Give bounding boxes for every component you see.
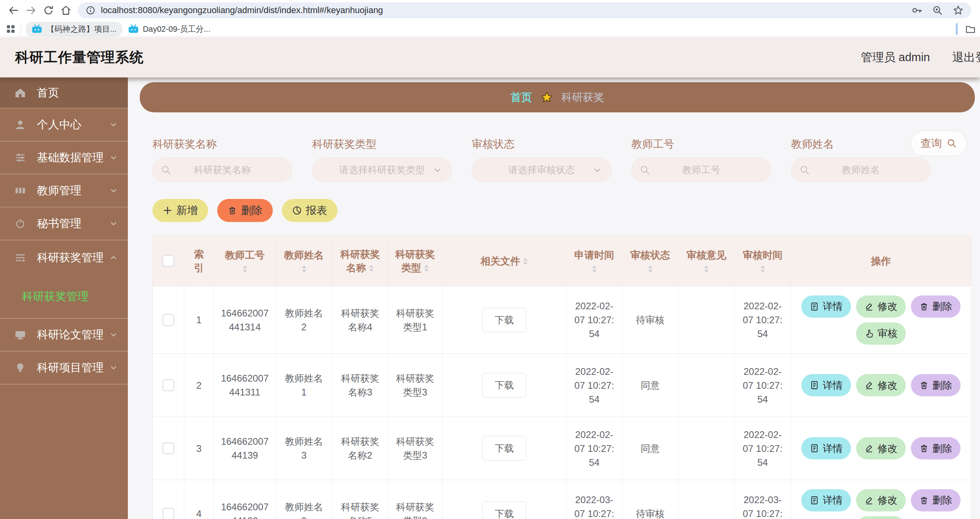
filter-label: 教师姓名	[791, 137, 931, 151]
detail-button[interactable]: 详情	[801, 374, 851, 396]
filter-select-审核状态[interactable]	[472, 158, 612, 182]
sort-icon[interactable]	[760, 265, 766, 273]
sidebar-item-教师管理[interactable]: 教师管理	[0, 174, 128, 207]
sort-icon[interactable]	[301, 265, 307, 273]
cell-status: 同意	[622, 354, 679, 417]
filter-field[interactable]	[153, 158, 292, 182]
download-button[interactable]: 下载	[482, 308, 526, 332]
sort-icon[interactable]	[368, 264, 374, 272]
film-icon	[14, 184, 28, 197]
filter-group-科研获奖类型: 科研获奖类型	[312, 137, 452, 182]
row-delete-button[interactable]: 删除	[911, 374, 961, 396]
site-info-icon[interactable]	[85, 5, 96, 16]
sidebar-item-科研获奖管理[interactable]: 科研获奖管理	[0, 240, 128, 275]
cell-opinion	[679, 417, 735, 480]
col-award-type: 科研获奖类型	[388, 235, 442, 286]
bookmark-star-icon[interactable]	[952, 4, 964, 16]
star-icon	[540, 91, 554, 104]
row-checkbox[interactable]	[162, 379, 174, 391]
col-review-time: 审核时间	[735, 235, 791, 286]
cell-teacher-name: 教师姓名1	[276, 354, 332, 417]
zoom-icon[interactable]	[932, 4, 943, 16]
bookmark-item[interactable]: Day02-09-员工分...	[122, 22, 216, 37]
pen-icon	[864, 302, 874, 311]
download-button[interactable]: 下载	[482, 373, 526, 397]
back-button[interactable]	[5, 2, 22, 19]
sidebar-item-个人中心[interactable]: 个人中心	[0, 108, 128, 141]
cell-actions: 详情 修改 删除	[791, 417, 971, 480]
filter-input-教师工号[interactable]	[631, 158, 771, 182]
detail-button[interactable]: 详情	[801, 437, 851, 459]
detail-button[interactable]: 详情	[801, 489, 851, 511]
cell-teacher-id: 164662007441311	[214, 354, 276, 417]
edit-button[interactable]: 修改	[856, 295, 906, 318]
sidebar-item-秘书管理[interactable]: 秘书管理	[0, 207, 128, 240]
filter-field[interactable]	[313, 158, 451, 182]
sort-icon[interactable]	[648, 265, 653, 273]
logout-link[interactable]: 退出登录	[952, 50, 980, 66]
sort-icon[interactable]	[704, 265, 709, 273]
filter-label: 审核状态	[472, 137, 612, 151]
cell-apply-time: 2022-02-07 10:27:54	[567, 286, 622, 353]
filter-select-科研获奖类型[interactable]	[312, 158, 452, 182]
row-delete-button[interactable]: 删除	[911, 489, 961, 511]
list-icon	[14, 251, 28, 264]
breadcrumb-home[interactable]: 首页	[511, 90, 532, 104]
cell-review-time: 2022-02-07 10:27:54	[735, 286, 791, 353]
home-icon	[14, 87, 28, 99]
app-title: 科研工作量管理系统	[15, 48, 144, 67]
sort-icon[interactable]	[523, 258, 528, 266]
bookmark-item[interactable]: 【码神之路】项目...	[26, 22, 122, 37]
download-button[interactable]: 下载	[482, 436, 526, 461]
query-button[interactable]: 查询	[911, 131, 967, 156]
edit-button[interactable]: 修改	[856, 489, 906, 511]
address-bar[interactable]: localhost:8080/keyangongzuoliang/admin/d…	[78, 2, 971, 18]
sidebar: 首页个人中心基础数据管理教师管理秘书管理科研获奖管理科研获奖管理科研论文管理科研…	[0, 77, 128, 519]
sidebar-item-科研论文管理[interactable]: 科研论文管理	[0, 318, 128, 351]
row-delete-button[interactable]: 删除	[911, 295, 961, 318]
review-button[interactable]: 审核	[856, 322, 906, 345]
home-button[interactable]	[57, 2, 75, 19]
cell-file: 下载	[442, 286, 567, 353]
review-button[interactable]: 审核	[856, 516, 906, 519]
apps-grid-icon[interactable]	[6, 24, 16, 34]
filter-label: 教师工号	[631, 137, 771, 151]
cell-award-type: 科研获奖类型3	[388, 480, 442, 519]
add-button[interactable]: 新增	[152, 199, 208, 222]
row-checkbox[interactable]	[162, 508, 174, 519]
row-checkbox[interactable]	[162, 442, 174, 454]
sidebar-item-科研项目管理[interactable]: 科研项目管理	[0, 351, 128, 384]
download-button[interactable]: 下载	[482, 502, 526, 519]
current-user[interactable]: 管理员 admin	[861, 50, 930, 66]
other-bookmarks-folder-icon[interactable]	[965, 24, 976, 34]
table-row: 3 16466200744139 教师姓名3 科研获奖名称2 科研获奖类型3 下…	[153, 417, 971, 480]
sort-icon[interactable]	[592, 265, 597, 273]
sidebar-item-基础数据管理[interactable]: 基础数据管理	[0, 141, 128, 174]
sort-icon[interactable]	[424, 264, 429, 272]
cell-award-name: 科研获奖名称3	[332, 354, 388, 417]
password-key-icon[interactable]	[911, 4, 923, 16]
report-button[interactable]: 报表	[282, 199, 338, 222]
filter-field[interactable]	[632, 158, 771, 182]
sort-icon[interactable]	[242, 265, 248, 273]
detail-button[interactable]: 详情	[801, 295, 851, 318]
row-checkbox[interactable]	[162, 314, 174, 326]
filter-input-教师姓名[interactable]	[791, 158, 931, 182]
edit-button[interactable]: 修改	[856, 437, 906, 459]
filter-field[interactable]	[472, 158, 611, 182]
row-delete-button[interactable]: 删除	[911, 437, 961, 459]
browser-toolbar: localhost:8080/keyangongzuoliang/admin/d…	[0, 0, 980, 21]
forward-button[interactable]	[22, 2, 40, 19]
delete-button[interactable]: 删除	[217, 199, 273, 222]
cell-index: 4	[184, 480, 214, 519]
select-all-checkbox[interactable]	[162, 255, 174, 267]
sliders-icon	[14, 151, 28, 164]
filter-field[interactable]	[791, 158, 930, 182]
filter-input-科研获奖名称[interactable]	[152, 158, 292, 182]
sidebar-item-首页[interactable]: 首页	[0, 77, 128, 108]
edit-button[interactable]: 修改	[856, 374, 906, 396]
cell-index: 1	[184, 286, 214, 353]
sidebar-subitem-科研获奖管理[interactable]: 科研获奖管理	[0, 275, 128, 318]
pen-icon	[864, 496, 874, 505]
reload-button[interactable]	[40, 2, 57, 19]
